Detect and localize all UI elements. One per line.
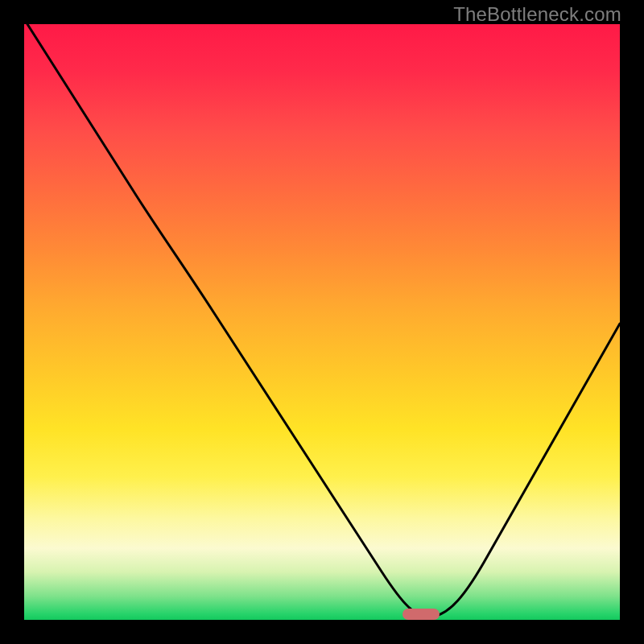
bottleneck-curve: [24, 24, 620, 620]
optimal-marker: [402, 609, 440, 620]
watermark-text: TheBottleneck.com: [453, 3, 621, 26]
chart-frame: TheBottleneck.com: [0, 0, 644, 644]
curve-path: [27, 24, 620, 617]
plot-area: [24, 24, 620, 620]
